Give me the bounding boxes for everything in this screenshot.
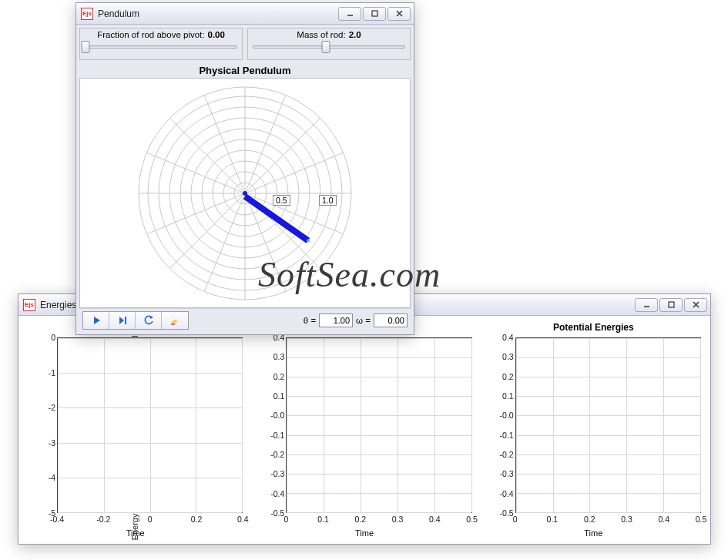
grid-line (626, 338, 627, 512)
grid-line (663, 338, 664, 512)
plot-area[interactable] (286, 337, 471, 513)
omega-label: ω = (356, 316, 371, 325)
maximize-button[interactable] (363, 7, 386, 21)
y-tick: -0.0 (485, 411, 514, 420)
plot-xlabel: Time (481, 528, 706, 538)
grid-line (324, 338, 324, 512)
x-tick: 0.1 (317, 515, 329, 524)
y-tick: -0.5 (485, 508, 514, 518)
minimize-button[interactable] (338, 7, 361, 21)
x-tick: 0.5 (696, 515, 707, 524)
svg-rect-5 (372, 11, 377, 16)
y-tick: -0.3 (485, 469, 514, 478)
step-button[interactable] (109, 312, 136, 329)
plot-area[interactable] (515, 337, 701, 513)
fraction-slider-group: Fraction of rod above pivot: 0.00 (79, 28, 243, 60)
grid-line (287, 338, 287, 512)
x-tick: 0.2 (191, 515, 203, 524)
grid-line (471, 338, 472, 512)
grid-line (516, 512, 700, 513)
svg-marker-27 (119, 317, 124, 324)
minimize-button[interactable] (635, 298, 658, 312)
clear-button[interactable] (162, 312, 188, 329)
plot-panel-1: rgiesEnergy (top in blue, bottom in red)… (252, 320, 476, 539)
y-tick: 0 (26, 333, 55, 342)
x-tick: 0.4 (658, 515, 669, 524)
y-tick: 0.2 (485, 372, 514, 381)
grid-line (553, 338, 554, 512)
plot-xlabel: Time (23, 528, 247, 538)
grid-line (516, 435, 700, 436)
y-tick: -2 (26, 403, 55, 412)
grid-line (516, 396, 700, 397)
grid-line (150, 338, 151, 512)
pendulum-canvas[interactable]: 0.5 1.0 (79, 78, 411, 308)
coord-label-0-5: 0.5 (273, 195, 290, 206)
y-tick: 0.4 (485, 333, 514, 342)
x-tick: -0.4 (50, 515, 64, 524)
y-tick: -0.5 (255, 508, 284, 518)
grid-line (589, 338, 590, 512)
x-tick: 0.3 (621, 515, 632, 524)
maximize-button[interactable] (659, 298, 683, 312)
y-tick: -0.1 (255, 431, 284, 440)
grid-line (516, 338, 700, 339)
grid-line (287, 435, 471, 436)
y-tick: -4 (26, 473, 55, 482)
grid-line (287, 493, 471, 494)
x-tick: 0.5 (466, 515, 478, 524)
svg-rect-28 (125, 317, 126, 324)
grid-line (516, 357, 700, 358)
y-tick: -1 (26, 368, 55, 377)
play-button[interactable] (83, 312, 109, 329)
grid-line (58, 512, 242, 513)
theta-label: θ = (304, 316, 316, 325)
plot-area[interactable] (57, 337, 243, 513)
close-button[interactable] (684, 298, 707, 312)
fraction-thumb[interactable] (82, 41, 90, 53)
y-tick: -3 (26, 438, 55, 448)
grid-line (398, 338, 398, 512)
y-tick: 0.1 (485, 391, 514, 401)
grid-line (516, 454, 700, 455)
grid-line (516, 377, 700, 377)
omega-input[interactable] (374, 314, 408, 327)
fraction-slider[interactable] (85, 40, 237, 54)
grid-line (287, 415, 471, 416)
close-button[interactable] (387, 7, 411, 21)
y-tick: -0.1 (485, 431, 514, 440)
pendulum-titlebar[interactable]: Ejs Pendulum (76, 3, 414, 25)
mass-slider-group: Mass of rod: 2.0 (247, 28, 411, 60)
x-tick: 0 (513, 515, 518, 524)
reset-button[interactable] (136, 312, 162, 329)
pendulum-window: Ejs Pendulum Fraction of rod above pivot… (75, 2, 414, 335)
x-tick: -0.2 (96, 515, 110, 524)
svg-rect-1 (669, 302, 674, 307)
x-tick: 0 (148, 515, 153, 524)
grid-line (287, 474, 471, 474)
y-tick: -0.3 (255, 469, 284, 478)
x-tick: 0.2 (355, 515, 367, 524)
y-tick: -0.2 (485, 450, 514, 459)
svg-rect-30 (171, 319, 177, 324)
theta-input[interactable] (319, 314, 353, 327)
mass-value: 2.0 (349, 30, 361, 39)
x-tick: 0.4 (429, 515, 441, 524)
grid-line (287, 512, 471, 513)
pendulum-toolbar: θ = ω = (79, 308, 411, 331)
mass-thumb[interactable] (322, 41, 330, 53)
grid-line (516, 415, 700, 416)
x-tick: 0.4 (237, 515, 249, 524)
y-tick: -0.0 (255, 411, 284, 420)
fraction-label: Fraction of rod above pivot: (97, 30, 204, 39)
y-tick: 0.3 (485, 352, 514, 361)
x-tick: 0.3 (392, 515, 404, 524)
grid-line (58, 338, 59, 512)
grid-line (287, 338, 471, 339)
mass-slider[interactable] (253, 40, 405, 54)
y-tick: -0.4 (485, 489, 514, 498)
y-tick: 0.1 (255, 391, 284, 401)
grid-line (434, 338, 435, 512)
grid-line (287, 396, 471, 397)
grid-line (242, 338, 243, 512)
